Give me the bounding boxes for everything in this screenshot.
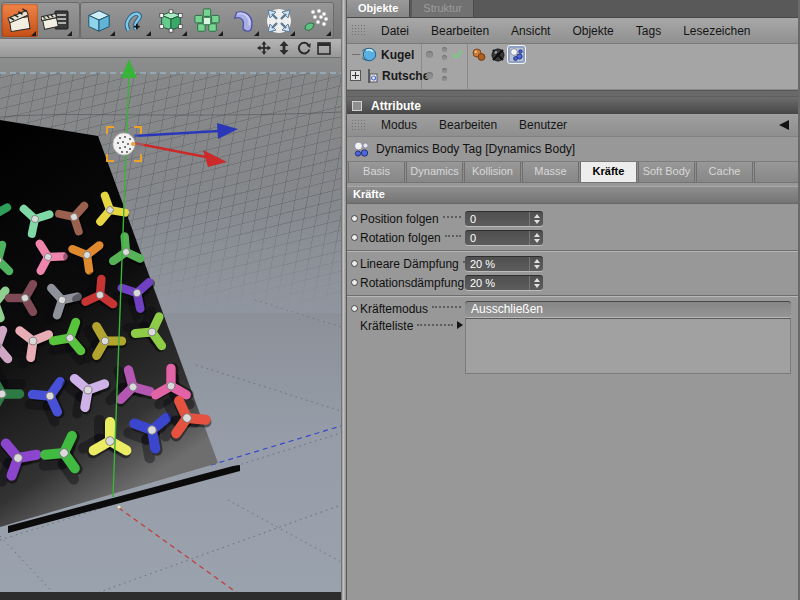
expand-arrows-icon[interactable] <box>261 4 297 37</box>
field-label: Kräfteliste <box>360 319 413 333</box>
stepper-down-icon[interactable] <box>534 239 540 243</box>
field-label: Rotation folgen <box>360 231 441 245</box>
tab-kollision[interactable]: Kollision <box>464 162 521 182</box>
menu-item-objekte[interactable]: Objekte <box>561 24 624 38</box>
tab-basis[interactable]: Basis <box>348 162 405 182</box>
particles-icon[interactable] <box>297 4 333 37</box>
submenu-corner <box>67 31 72 36</box>
object-list: Kugel <box>347 44 798 90</box>
stepper-down-icon[interactable] <box>534 265 540 269</box>
tab-soft-body[interactable]: Soft Body <box>638 162 695 182</box>
menu-item-modus[interactable]: Modus <box>370 118 428 132</box>
grip-icon[interactable] <box>351 24 365 37</box>
dotted-leader <box>417 323 453 326</box>
stepper-arrows[interactable] <box>529 257 543 271</box>
tabstrip-filler <box>754 162 798 182</box>
render-view-icon <box>6 7 34 35</box>
menu-item-ansicht[interactable]: Ansicht <box>500 24 561 38</box>
object-name[interactable]: Kugel <box>381 48 414 62</box>
group-separator <box>347 250 798 251</box>
field-label: Position folgen <box>360 212 439 226</box>
attribute-header: Attribute <box>347 97 798 114</box>
value-input[interactable]: 20 % <box>465 256 543 271</box>
menu-item-bearbeiten[interactable]: Bearbeiten <box>420 24 500 38</box>
tab-cache[interactable]: Cache <box>696 162 753 182</box>
render-view-icon[interactable] <box>2 4 38 37</box>
panel-tab-objekte[interactable]: Objekte <box>347 0 410 17</box>
keyframe-dot[interactable] <box>351 234 358 241</box>
texture-tag-icon[interactable] <box>470 46 487 63</box>
menu-item-datei[interactable]: Datei <box>370 24 420 38</box>
dynamics-body-tag-icon[interactable] <box>508 46 525 63</box>
menu-item-tags[interactable]: Tags <box>625 24 672 38</box>
tab-masse[interactable]: Masse <box>522 162 579 182</box>
keyframe-dot[interactable] <box>351 215 358 222</box>
dotted-leader <box>443 215 461 218</box>
object-name[interactable]: Rutsche <box>382 69 429 83</box>
object-row-kugel[interactable]: Kugel <box>347 44 798 65</box>
dynamics-body-tag-icon <box>353 141 370 158</box>
render-visibility-dot[interactable] <box>442 55 447 60</box>
render-visibility-dot[interactable] <box>442 68 447 73</box>
stepper-arrows[interactable] <box>529 212 543 226</box>
zoom-icon[interactable] <box>276 41 291 56</box>
render-settings-icon[interactable] <box>38 4 74 37</box>
maximize-icon[interactable] <box>316 41 331 56</box>
submenu-corner <box>326 31 331 36</box>
deformer-icon[interactable] <box>225 4 261 37</box>
rotate-icon[interactable] <box>296 41 311 56</box>
object-row-rutsche[interactable]: Rutsche <box>347 65 798 86</box>
keyframe-dot[interactable] <box>351 305 358 312</box>
field-row-lineare-dämpfung: Lineare Dämpfung20 % <box>347 254 798 273</box>
nurbs-generator-icon[interactable] <box>153 4 189 37</box>
expand-plus-icon[interactable] <box>350 70 361 81</box>
submenu-corner <box>110 31 115 36</box>
stepper-up-icon[interactable] <box>534 214 540 218</box>
history-back-icon[interactable] <box>779 120 789 130</box>
panel-tab-struktur[interactable]: Struktur <box>412 0 474 17</box>
expand-arrow-icon[interactable] <box>457 321 463 329</box>
value-input[interactable]: 0 <box>465 230 543 245</box>
lock-square-icon[interactable] <box>352 101 362 111</box>
stepper-arrows[interactable] <box>529 276 543 290</box>
field-row-kräfteliste: Kräfteliste <box>347 318 798 374</box>
object-toolbar-group <box>80 2 334 39</box>
menu-item-benutzer[interactable]: Benutzer <box>508 118 578 132</box>
keyframe-dot[interactable] <box>351 260 358 267</box>
stepper-up-icon[interactable] <box>534 278 540 282</box>
stepper-down-icon[interactable] <box>534 284 540 288</box>
section-header[interactable]: Kräfte <box>347 186 798 204</box>
viewport-3d[interactable] <box>0 58 341 592</box>
gizmo-center-dot[interactable] <box>131 142 135 146</box>
world-origin-dot <box>117 505 120 508</box>
cube-primitive-icon[interactable] <box>81 4 117 37</box>
array-modeling-icon[interactable] <box>189 4 225 37</box>
pan-icon[interactable] <box>256 41 271 56</box>
stepper-up-icon[interactable] <box>534 233 540 237</box>
enabled-check-icon[interactable] <box>452 50 463 59</box>
list-box-kräfteliste[interactable] <box>465 318 791 374</box>
submenu-corner <box>182 31 187 36</box>
smoothing-tag-icon[interactable] <box>489 46 506 63</box>
stepper-down-icon[interactable] <box>534 220 540 224</box>
grip-icon[interactable] <box>351 119 365 132</box>
stepper-arrows[interactable] <box>529 231 543 245</box>
dotted-leader <box>445 234 461 237</box>
dropdown-kräftemodus[interactable]: Ausschließen <box>465 301 791 317</box>
render-visibility-dot[interactable] <box>442 47 447 52</box>
spline-pen-icon[interactable] <box>117 4 153 37</box>
editor-visibility-dot[interactable] <box>426 51 433 58</box>
viewport-scene[interactable] <box>0 58 341 592</box>
menu-item-bearbeiten[interactable]: Bearbeiten <box>428 118 508 132</box>
stepper-up-icon[interactable] <box>534 259 540 263</box>
keyframe-dot[interactable] <box>351 279 358 286</box>
editor-visibility-dot[interactable] <box>426 72 433 79</box>
value-input[interactable]: 0 <box>465 211 543 226</box>
menu-item-lesezeichen[interactable]: Lesezeichen <box>672 24 761 38</box>
render-visibility-dot[interactable] <box>442 76 447 81</box>
tab-dynamics[interactable]: Dynamics <box>406 162 463 182</box>
tab-kräfte[interactable]: Kräfte <box>580 162 637 182</box>
attribute-title: Attribute <box>371 99 421 113</box>
value-input[interactable]: 20 % <box>465 275 543 290</box>
submenu-corner <box>254 31 259 36</box>
